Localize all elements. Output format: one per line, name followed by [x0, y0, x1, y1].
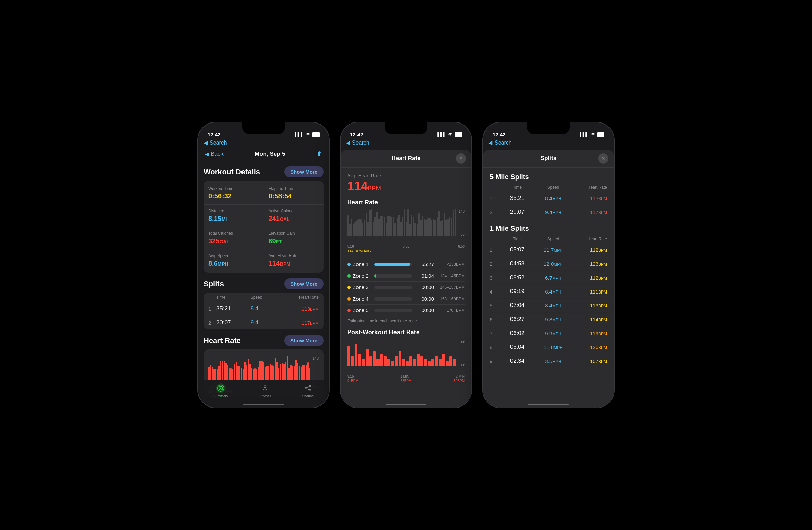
hr-time-labels-2: 8:16 8:36 8:56 [347, 245, 465, 248]
zone-1-time: 55:27 [416, 261, 434, 267]
modal-header-3: Splits ✕ [483, 149, 614, 168]
zone-1-bar [375, 263, 410, 266]
hr-bars-2-container [347, 209, 456, 237]
zone-5-name: Zone 5 [347, 307, 371, 313]
one-th-time: Time [499, 237, 535, 241]
one-th-num [490, 237, 499, 241]
wifi-icon-3 [590, 132, 596, 138]
zone-3-time: 00:00 [416, 284, 434, 290]
metric-hr-value: 114BPM [269, 260, 319, 267]
splits-modal: Splits ✕ 5 Mile Splits Time Speed Heart … [483, 149, 614, 407]
zone-1-range: <133BPM [437, 262, 465, 267]
one-split-8: 8 05:04 11.8MPH 126BPM [490, 340, 607, 354]
zone-3-row: Zone 3 00:00 146–157BPM [347, 282, 465, 293]
tab-sharing[interactable]: Sharing [302, 383, 314, 398]
zone-1-bar-container [375, 263, 412, 266]
hr-show-more[interactable]: Show More [284, 335, 323, 346]
splits-title: Splits [203, 280, 224, 288]
search-nav-3: ◀ Search [483, 140, 614, 148]
search-text-1[interactable]: Search [209, 140, 227, 146]
post-chart-max: 99 [461, 339, 465, 343]
tab-fitness[interactable]: Fitness+ [259, 383, 271, 398]
modal-close-2[interactable]: ✕ [456, 153, 466, 163]
five-th-num [490, 185, 499, 190]
tab-summary[interactable]: Summary [213, 383, 228, 398]
zone-4-bar-container [375, 297, 412, 301]
status-bar-3: 12:42 ▌▌▌ 57 [483, 123, 614, 140]
svg-point-2 [220, 388, 221, 389]
home-indicator-2 [386, 404, 426, 405]
home-indicator-1 [243, 404, 284, 405]
battery-2: 57 [455, 132, 462, 138]
metric-active-cal: Active Calories 241CAL [264, 205, 324, 227]
five-th-hr: Heart Rate [571, 185, 607, 190]
zone-2-time: 01:04 [416, 273, 434, 278]
five-2-hr: 117BPM [571, 209, 607, 215]
hr-t2-2: 8:36 [403, 245, 409, 248]
back-button-1[interactable]: ◀ Back [205, 151, 223, 158]
zones-list: Zone 1 55:27 <133BPM Zone 2 [347, 259, 465, 316]
metric-total-cal-value: 325CAL [208, 237, 259, 245]
modal-header-2: Heart Rate ✕ [340, 149, 472, 168]
col-hr-header: Heart Rate [285, 295, 319, 300]
one-mile-headers: Time Speed Heart Rate [490, 235, 607, 243]
metric-elevation-value: 69FT [269, 237, 319, 245]
five-1-time: 35:21 [499, 195, 535, 202]
search-text-2[interactable]: Search [352, 140, 369, 146]
one-split-9: 9 02:34 3.5MPH 107BPM [490, 354, 607, 368]
splits-header: Splits Show More [203, 278, 323, 289]
status-time-3: 12:42 [493, 132, 505, 138]
zone-4-range: 158–169BPM [437, 297, 465, 301]
zone-2-name: Zone 2 [347, 273, 371, 278]
post-workout-chart: 99 79 [347, 339, 465, 373]
share-button-1[interactable]: ⬆ [317, 150, 322, 158]
hr-section-title: Heart Rate [203, 336, 241, 345]
phone-1: 12:42 ▌▌▌ 57 ◀ Search ◀ Back [198, 122, 330, 408]
heart-rate-modal: Heart Rate ✕ Avg. Heart Rate 114BPM Hear… [340, 149, 472, 407]
five-1-speed: 8.4MPH [535, 196, 571, 201]
nav-bar-1: ◀ Back Mon, Sep 5 ⬆ [198, 148, 329, 161]
metric-speed-label: Avg. Speed [208, 254, 259, 258]
zone-3-bar-container [375, 286, 412, 289]
search-text-3[interactable]: Search [494, 140, 512, 146]
one-split-6: 6 06:27 9.3MPH 114BPM [490, 313, 607, 326]
metric-elevation-label: Elevation Gain [269, 231, 319, 236]
split-1-num: 1 [208, 306, 216, 312]
hr-chart-1: 143 65 [208, 356, 319, 383]
phone-2: 12:42 ▌▌▌ 57 ◀ Search Heart Rate ✕ [340, 122, 472, 408]
post-chart-min: 79 [461, 362, 465, 367]
five-mile-table: Time Speed Heart Rate 1 35:21 8.4MPH 113… [490, 184, 607, 219]
back-label-1: Back [211, 151, 223, 157]
modal-close-3[interactable]: ✕ [598, 153, 609, 163]
post-t3: 2 MIN [455, 375, 465, 378]
status-icons-2: ▌▌▌ 57 [437, 132, 462, 138]
zone-3-dot [347, 286, 351, 289]
five-1-num: 1 [490, 196, 499, 201]
status-icons-3: ▌▌▌ 57 [580, 132, 605, 138]
metric-elapsed-time-value: 0:58:54 [269, 192, 319, 200]
tab-summary-icon [216, 383, 226, 393]
metric-speed-value: 8.6MPH [208, 260, 259, 267]
workout-details-title: Workout Details [203, 168, 260, 176]
zone-5-dot [347, 309, 351, 312]
svg-point-3 [264, 386, 266, 388]
post-bpm1: 91BPM [347, 379, 359, 383]
zone-2-dot [347, 274, 351, 277]
one-split-2: 2 04:58 12.0MPH 123BPM [490, 257, 607, 271]
one-mile-title: 1 Mile Splits [490, 225, 607, 232]
split-2-time: 20:07 [216, 319, 251, 326]
tab-sharing-icon [303, 383, 313, 393]
hr-bars-1 [208, 356, 310, 380]
splits-show-more[interactable]: Show More [284, 278, 323, 289]
splits-row-2: 2 20:07 9.4 117BPM [203, 316, 323, 329]
workout-details-show-more[interactable]: Show More [284, 166, 323, 177]
one-split-5: 5 07:04 8.4MPH 113BPM [490, 299, 607, 313]
metric-active-cal-value: 241CAL [269, 215, 319, 223]
content-1: Workout Details Show More Workout Time 0… [198, 161, 329, 398]
metric-row-4: Avg. Speed 8.6MPH Avg. Heart Rate 114BPM [203, 249, 323, 271]
zone-5-time: 00:00 [416, 307, 434, 313]
zone-2-bar-container [375, 274, 412, 277]
zone-1-name: Zone 1 [347, 261, 371, 267]
metric-distance-label: Distance [208, 209, 259, 213]
metric-workout-time-value: 0:56:32 [208, 192, 259, 200]
